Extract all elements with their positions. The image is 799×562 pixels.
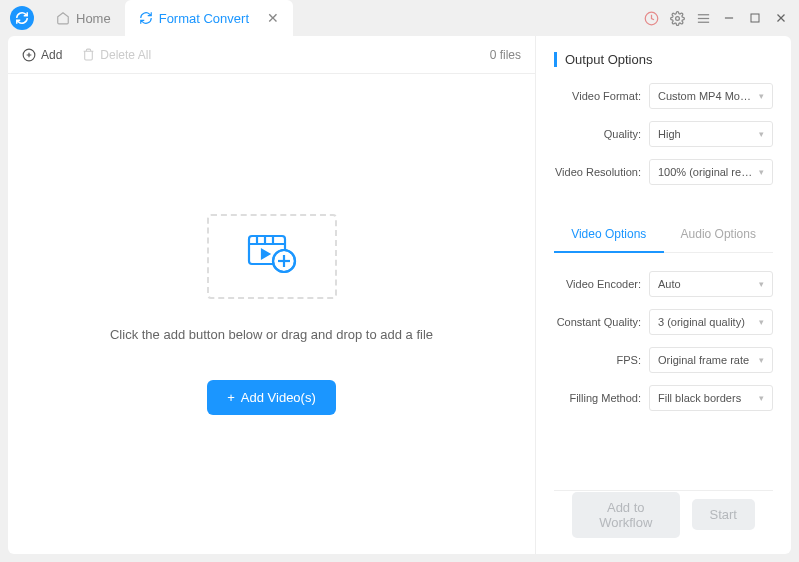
fill-value: Fill black borders (658, 392, 741, 404)
cq-label: Constant Quality: (554, 316, 649, 328)
fill-select[interactable]: Fill black borders ▾ (649, 385, 773, 411)
resolution-label: Video Resolution: (554, 166, 649, 178)
app-logo[interactable] (10, 6, 34, 30)
left-panel: Add Delete All 0 files (8, 36, 536, 554)
start-button[interactable]: Start (692, 499, 755, 530)
chevron-down-icon: ▾ (759, 129, 764, 139)
drop-area[interactable]: Click the add button below or drag and d… (8, 74, 535, 554)
window-controls (643, 10, 789, 26)
clock-icon[interactable] (643, 10, 659, 26)
tab-format-convert[interactable]: Format Convert ✕ (125, 0, 293, 36)
video-add-icon (244, 231, 300, 281)
close-window-icon[interactable] (773, 10, 789, 26)
add-videos-label: Add Video(s) (241, 390, 316, 405)
video-format-label: Video Format: (554, 90, 649, 102)
footer: Add to Workflow Start (554, 490, 773, 538)
video-format-select[interactable]: Custom MP4 Movie(... ▾ (649, 83, 773, 109)
cq-value: 3 (original quality) (658, 316, 745, 328)
resolution-row: Video Resolution: 100% (original resol..… (554, 159, 773, 185)
app-window: Home Format Convert ✕ (0, 0, 799, 562)
content-area: Add Delete All 0 files (8, 36, 791, 554)
fps-label: FPS: (554, 354, 649, 366)
chevron-down-icon: ▾ (759, 91, 764, 101)
maximize-icon[interactable] (747, 10, 763, 26)
svg-point-1 (675, 16, 679, 20)
quality-value: High (658, 128, 681, 140)
resolution-value: 100% (original resol... (658, 166, 755, 178)
menu-icon[interactable] (695, 10, 711, 26)
chevron-down-icon: ▾ (759, 279, 764, 289)
add-to-workflow-button[interactable]: Add to Workflow (572, 492, 680, 538)
cq-select[interactable]: 3 (original quality) ▾ (649, 309, 773, 335)
quality-select[interactable]: High ▾ (649, 121, 773, 147)
plus-small-icon: + (227, 390, 235, 405)
chevron-down-icon: ▾ (759, 393, 764, 403)
svg-rect-6 (751, 14, 759, 22)
quality-row: Quality: High ▾ (554, 121, 773, 147)
fps-select[interactable]: Original frame rate ▾ (649, 347, 773, 373)
fill-label: Filling Method: (554, 392, 649, 404)
encoder-select[interactable]: Auto ▾ (649, 271, 773, 297)
add-button[interactable]: Add (22, 48, 62, 62)
file-toolbar: Add Delete All 0 files (8, 36, 535, 74)
titlebar: Home Format Convert ✕ (0, 0, 799, 36)
fill-row: Filling Method: Fill black borders ▾ (554, 385, 773, 411)
video-format-value: Custom MP4 Movie(... (658, 90, 755, 102)
output-options-title: Output Options (554, 52, 773, 67)
tab-video-options[interactable]: Video Options (554, 217, 664, 253)
trash-icon (82, 48, 95, 61)
tab-home[interactable]: Home (42, 0, 125, 36)
encoder-value: Auto (658, 278, 681, 290)
delete-all-label: Delete All (100, 48, 151, 62)
tab-active-label: Format Convert (159, 11, 249, 26)
plus-icon (22, 48, 36, 62)
right-panel: Output Options Video Format: Custom MP4 … (536, 36, 791, 554)
drop-hint: Click the add button below or drag and d… (110, 327, 433, 342)
tab-home-label: Home (76, 11, 111, 26)
cq-row: Constant Quality: 3 (original quality) ▾ (554, 309, 773, 335)
options-tabs: Video Options Audio Options (554, 217, 773, 253)
delete-all-button[interactable]: Delete All (82, 48, 151, 62)
minimize-icon[interactable] (721, 10, 737, 26)
resolution-select[interactable]: 100% (original resol... ▾ (649, 159, 773, 185)
add-label: Add (41, 48, 62, 62)
tab-audio-options[interactable]: Audio Options (664, 217, 774, 252)
fps-row: FPS: Original frame rate ▾ (554, 347, 773, 373)
file-count: 0 files (490, 48, 521, 62)
encoder-label: Video Encoder: (554, 278, 649, 290)
encoder-row: Video Encoder: Auto ▾ (554, 271, 773, 297)
chevron-down-icon: ▾ (759, 317, 764, 327)
drop-box (207, 214, 337, 299)
refresh-icon (139, 11, 153, 25)
add-videos-button[interactable]: + Add Video(s) (207, 380, 336, 415)
chevron-down-icon: ▾ (759, 167, 764, 177)
gear-icon[interactable] (669, 10, 685, 26)
home-icon (56, 11, 70, 25)
close-icon[interactable]: ✕ (267, 10, 279, 26)
fps-value: Original frame rate (658, 354, 749, 366)
quality-label: Quality: (554, 128, 649, 140)
chevron-down-icon: ▾ (759, 355, 764, 365)
video-format-row: Video Format: Custom MP4 Movie(... ▾ (554, 83, 773, 109)
